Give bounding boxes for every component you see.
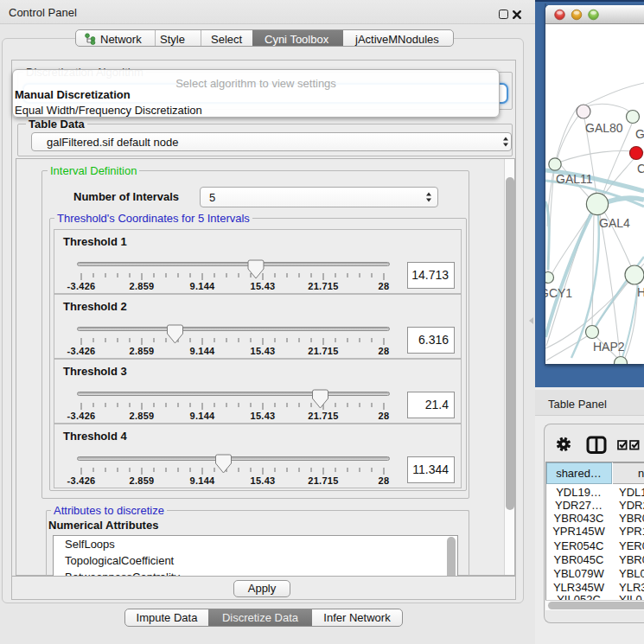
svg-text:GA: GA xyxy=(635,127,644,141)
svg-text:GAL11: GAL11 xyxy=(556,172,593,186)
svg-text:HAP2: HAP2 xyxy=(593,340,625,354)
svg-text:H: H xyxy=(637,285,644,299)
svg-text:GAL80: GAL80 xyxy=(585,121,623,135)
svg-text:GCY1: GCY1 xyxy=(545,286,572,300)
svg-text:C: C xyxy=(637,162,644,175)
svg-text:GAL4: GAL4 xyxy=(599,216,630,230)
